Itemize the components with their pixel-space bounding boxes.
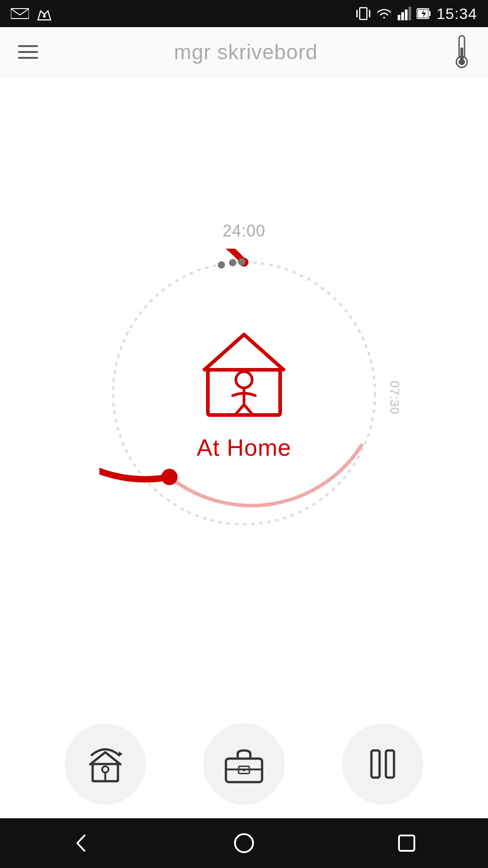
svg-point-35 — [243, 769, 245, 771]
svg-rect-6 — [398, 15, 400, 20]
home-icon — [233, 832, 255, 854]
svg-rect-7 — [401, 12, 404, 20]
pause-nav-icon — [360, 741, 405, 787]
wifi-icon — [376, 7, 392, 20]
svg-point-16 — [459, 59, 465, 65]
status-bar: 15:34 — [0, 0, 488, 27]
header: mgr skrivebord — [0, 27, 488, 77]
signal-icon — [398, 7, 411, 20]
at-home-icon — [194, 326, 294, 425]
vibrate-icon — [356, 6, 371, 21]
time-label-top: 24:00 — [222, 222, 265, 241]
page-title: mgr skrivebord — [174, 40, 318, 64]
svg-point-22 — [161, 469, 178, 485]
svg-rect-15 — [460, 47, 463, 60]
system-nav — [0, 818, 488, 868]
recents-button[interactable] — [395, 832, 418, 854]
status-icons-right: 15:34 — [356, 5, 477, 23]
time-label-right: 07:30 — [387, 381, 401, 415]
away-nav-icon — [221, 741, 267, 787]
battery-icon — [417, 7, 431, 20]
svg-rect-8 — [405, 9, 408, 20]
svg-rect-11 — [429, 11, 431, 16]
svg-point-19 — [218, 261, 225, 269]
svg-point-38 — [235, 834, 253, 852]
svg-rect-37 — [386, 750, 394, 778]
status-time: 15:34 — [436, 5, 477, 23]
svg-rect-9 — [408, 7, 411, 20]
pause-button[interactable] — [342, 723, 423, 805]
svg-point-2 — [43, 15, 46, 18]
main-content: 24:00 07:30 — [0, 77, 488, 710]
at-home-nav-icon — [83, 741, 128, 787]
cat-icon — [36, 5, 52, 22]
svg-rect-3 — [360, 8, 367, 19]
svg-point-24 — [236, 372, 252, 388]
at-home-label: At Home — [197, 434, 291, 461]
back-button[interactable] — [70, 832, 93, 854]
status-icons-left — [11, 5, 52, 22]
recents-icon — [395, 832, 418, 854]
thermometer-icon[interactable] — [454, 34, 470, 70]
svg-point-30 — [102, 766, 108, 773]
svg-point-20 — [229, 259, 236, 266]
svg-point-21 — [238, 258, 245, 265]
away-button[interactable] — [203, 723, 285, 805]
bottom-nav — [0, 710, 488, 818]
center-content: At Home — [194, 326, 294, 461]
home-button[interactable] — [233, 832, 255, 854]
svg-rect-36 — [371, 750, 380, 778]
schedule-dial[interactable]: 24:00 07:30 — [99, 249, 389, 538]
back-icon — [70, 832, 93, 854]
svg-marker-28 — [119, 751, 122, 757]
svg-rect-39 — [399, 835, 414, 851]
at-home-button[interactable] — [65, 723, 146, 805]
menu-button[interactable] — [18, 45, 38, 59]
gmail-icon — [11, 7, 29, 20]
